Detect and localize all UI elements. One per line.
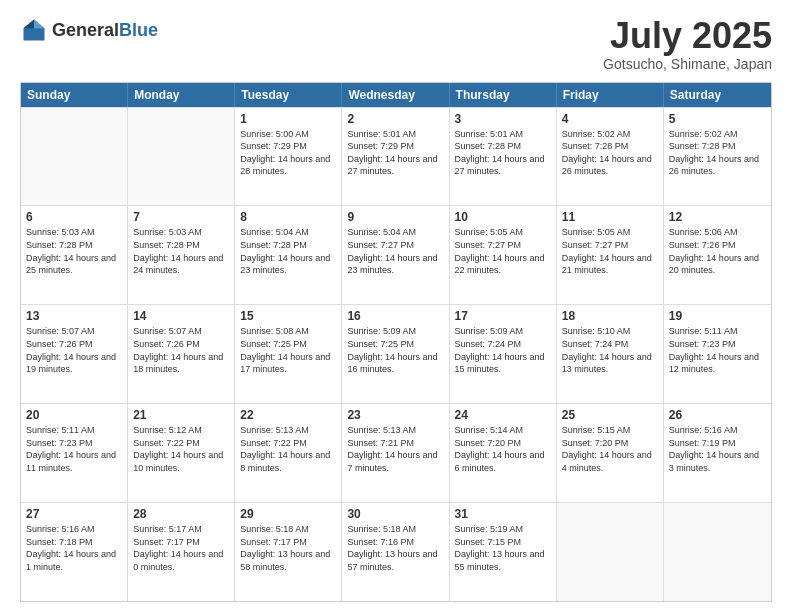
calendar-row-5: 27Sunrise: 5:16 AMSunset: 7:18 PMDayligh… — [21, 502, 771, 601]
cell-info: Sunrise: 5:07 AMSunset: 7:26 PMDaylight:… — [133, 325, 229, 375]
svg-marker-2 — [24, 20, 35, 29]
day-number: 29 — [240, 507, 336, 521]
header-day-friday: Friday — [557, 83, 664, 107]
cell-info: Sunrise: 5:12 AMSunset: 7:22 PMDaylight:… — [133, 424, 229, 474]
logo-icon — [20, 16, 48, 44]
cell-info: Sunrise: 5:05 AMSunset: 7:27 PMDaylight:… — [562, 226, 658, 276]
day-cell-2: 2Sunrise: 5:01 AMSunset: 7:29 PMDaylight… — [342, 108, 449, 206]
cell-info: Sunrise: 5:13 AMSunset: 7:21 PMDaylight:… — [347, 424, 443, 474]
day-number: 19 — [669, 309, 766, 323]
cell-info: Sunrise: 5:03 AMSunset: 7:28 PMDaylight:… — [26, 226, 122, 276]
svg-marker-1 — [34, 20, 45, 29]
cell-info: Sunrise: 5:04 AMSunset: 7:28 PMDaylight:… — [240, 226, 336, 276]
day-cell-1: 1Sunrise: 5:00 AMSunset: 7:29 PMDaylight… — [235, 108, 342, 206]
cell-info: Sunrise: 5:08 AMSunset: 7:25 PMDaylight:… — [240, 325, 336, 375]
cell-info: Sunrise: 5:03 AMSunset: 7:28 PMDaylight:… — [133, 226, 229, 276]
day-cell-16: 16Sunrise: 5:09 AMSunset: 7:25 PMDayligh… — [342, 305, 449, 403]
header-day-monday: Monday — [128, 83, 235, 107]
day-number: 4 — [562, 112, 658, 126]
header-day-thursday: Thursday — [450, 83, 557, 107]
cell-info: Sunrise: 5:13 AMSunset: 7:22 PMDaylight:… — [240, 424, 336, 474]
logo: GeneralBlue — [20, 16, 158, 44]
cell-info: Sunrise: 5:05 AMSunset: 7:27 PMDaylight:… — [455, 226, 551, 276]
day-cell-25: 25Sunrise: 5:15 AMSunset: 7:20 PMDayligh… — [557, 404, 664, 502]
day-number: 23 — [347, 408, 443, 422]
day-cell-7: 7Sunrise: 5:03 AMSunset: 7:28 PMDaylight… — [128, 206, 235, 304]
day-number: 6 — [26, 210, 122, 224]
title-block: July 2025 Gotsucho, Shimane, Japan — [603, 16, 772, 72]
month-title: July 2025 — [603, 16, 772, 56]
day-cell-8: 8Sunrise: 5:04 AMSunset: 7:28 PMDaylight… — [235, 206, 342, 304]
cell-info: Sunrise: 5:00 AMSunset: 7:29 PMDaylight:… — [240, 128, 336, 178]
cell-info: Sunrise: 5:09 AMSunset: 7:24 PMDaylight:… — [455, 325, 551, 375]
day-number: 31 — [455, 507, 551, 521]
location: Gotsucho, Shimane, Japan — [603, 56, 772, 72]
day-number: 8 — [240, 210, 336, 224]
cell-info: Sunrise: 5:19 AMSunset: 7:15 PMDaylight:… — [455, 523, 551, 573]
day-number: 7 — [133, 210, 229, 224]
day-cell-30: 30Sunrise: 5:18 AMSunset: 7:16 PMDayligh… — [342, 503, 449, 601]
calendar: SundayMondayTuesdayWednesdayThursdayFrid… — [20, 82, 772, 602]
cell-info: Sunrise: 5:01 AMSunset: 7:28 PMDaylight:… — [455, 128, 551, 178]
day-cell-12: 12Sunrise: 5:06 AMSunset: 7:26 PMDayligh… — [664, 206, 771, 304]
day-number: 28 — [133, 507, 229, 521]
header-day-tuesday: Tuesday — [235, 83, 342, 107]
day-number: 1 — [240, 112, 336, 126]
day-cell-9: 9Sunrise: 5:04 AMSunset: 7:27 PMDaylight… — [342, 206, 449, 304]
cell-info: Sunrise: 5:15 AMSunset: 7:20 PMDaylight:… — [562, 424, 658, 474]
logo-blue: Blue — [119, 20, 158, 40]
cell-info: Sunrise: 5:18 AMSunset: 7:16 PMDaylight:… — [347, 523, 443, 573]
page: GeneralBlue July 2025 Gotsucho, Shimane,… — [0, 0, 792, 612]
calendar-header: SundayMondayTuesdayWednesdayThursdayFrid… — [21, 83, 771, 107]
day-number: 20 — [26, 408, 122, 422]
logo-text: GeneralBlue — [52, 20, 158, 41]
day-number: 12 — [669, 210, 766, 224]
day-cell-14: 14Sunrise: 5:07 AMSunset: 7:26 PMDayligh… — [128, 305, 235, 403]
day-cell-18: 18Sunrise: 5:10 AMSunset: 7:24 PMDayligh… — [557, 305, 664, 403]
cell-info: Sunrise: 5:18 AMSunset: 7:17 PMDaylight:… — [240, 523, 336, 573]
day-number: 16 — [347, 309, 443, 323]
day-number: 11 — [562, 210, 658, 224]
day-number: 14 — [133, 309, 229, 323]
day-cell-5: 5Sunrise: 5:02 AMSunset: 7:28 PMDaylight… — [664, 108, 771, 206]
header-day-saturday: Saturday — [664, 83, 771, 107]
cell-info: Sunrise: 5:02 AMSunset: 7:28 PMDaylight:… — [562, 128, 658, 178]
header-day-sunday: Sunday — [21, 83, 128, 107]
cell-info: Sunrise: 5:01 AMSunset: 7:29 PMDaylight:… — [347, 128, 443, 178]
day-cell-19: 19Sunrise: 5:11 AMSunset: 7:23 PMDayligh… — [664, 305, 771, 403]
day-cell-31: 31Sunrise: 5:19 AMSunset: 7:15 PMDayligh… — [450, 503, 557, 601]
calendar-row-3: 13Sunrise: 5:07 AMSunset: 7:26 PMDayligh… — [21, 304, 771, 403]
day-number: 18 — [562, 309, 658, 323]
day-cell-22: 22Sunrise: 5:13 AMSunset: 7:22 PMDayligh… — [235, 404, 342, 502]
cell-info: Sunrise: 5:17 AMSunset: 7:17 PMDaylight:… — [133, 523, 229, 573]
day-number: 15 — [240, 309, 336, 323]
day-number: 26 — [669, 408, 766, 422]
calendar-body: 1Sunrise: 5:00 AMSunset: 7:29 PMDaylight… — [21, 107, 771, 601]
day-number: 27 — [26, 507, 122, 521]
calendar-row-2: 6Sunrise: 5:03 AMSunset: 7:28 PMDaylight… — [21, 205, 771, 304]
day-number: 17 — [455, 309, 551, 323]
cell-info: Sunrise: 5:04 AMSunset: 7:27 PMDaylight:… — [347, 226, 443, 276]
day-cell-13: 13Sunrise: 5:07 AMSunset: 7:26 PMDayligh… — [21, 305, 128, 403]
logo-general: General — [52, 20, 119, 40]
day-number: 2 — [347, 112, 443, 126]
day-number: 25 — [562, 408, 658, 422]
day-cell-23: 23Sunrise: 5:13 AMSunset: 7:21 PMDayligh… — [342, 404, 449, 502]
calendar-row-1: 1Sunrise: 5:00 AMSunset: 7:29 PMDaylight… — [21, 107, 771, 206]
empty-cell — [557, 503, 664, 601]
day-cell-27: 27Sunrise: 5:16 AMSunset: 7:18 PMDayligh… — [21, 503, 128, 601]
cell-info: Sunrise: 5:16 AMSunset: 7:19 PMDaylight:… — [669, 424, 766, 474]
day-number: 21 — [133, 408, 229, 422]
day-number: 5 — [669, 112, 766, 126]
day-number: 24 — [455, 408, 551, 422]
day-cell-26: 26Sunrise: 5:16 AMSunset: 7:19 PMDayligh… — [664, 404, 771, 502]
day-cell-20: 20Sunrise: 5:11 AMSunset: 7:23 PMDayligh… — [21, 404, 128, 502]
day-cell-6: 6Sunrise: 5:03 AMSunset: 7:28 PMDaylight… — [21, 206, 128, 304]
empty-cell — [21, 108, 128, 206]
day-cell-4: 4Sunrise: 5:02 AMSunset: 7:28 PMDaylight… — [557, 108, 664, 206]
cell-info: Sunrise: 5:14 AMSunset: 7:20 PMDaylight:… — [455, 424, 551, 474]
cell-info: Sunrise: 5:07 AMSunset: 7:26 PMDaylight:… — [26, 325, 122, 375]
day-cell-10: 10Sunrise: 5:05 AMSunset: 7:27 PMDayligh… — [450, 206, 557, 304]
calendar-row-4: 20Sunrise: 5:11 AMSunset: 7:23 PMDayligh… — [21, 403, 771, 502]
cell-info: Sunrise: 5:02 AMSunset: 7:28 PMDaylight:… — [669, 128, 766, 178]
